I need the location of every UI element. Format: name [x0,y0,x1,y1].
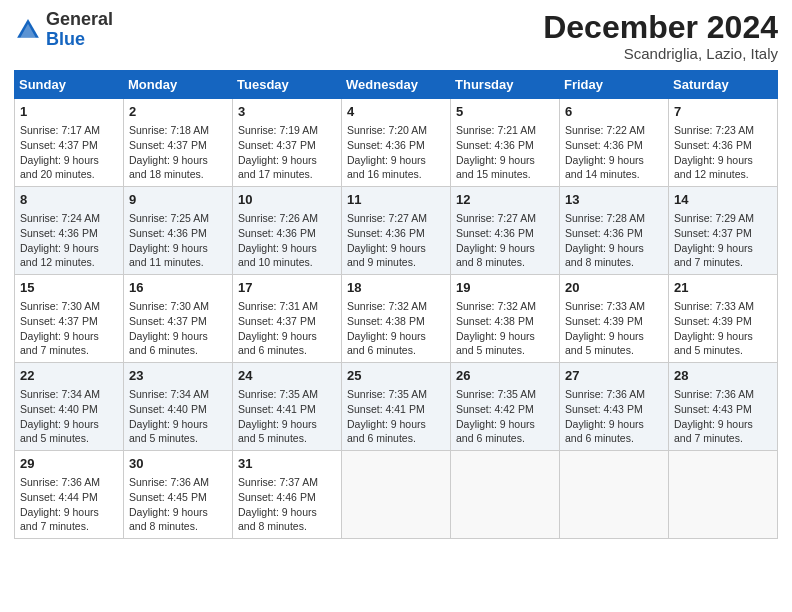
calendar-cell [342,450,451,538]
day-number: 12 [456,191,554,209]
day-info: Sunrise: 7:20 AM Sunset: 4:36 PM Dayligh… [347,124,427,180]
weekday-header-sunday: Sunday [15,71,124,99]
day-info: Sunrise: 7:21 AM Sunset: 4:36 PM Dayligh… [456,124,536,180]
calendar-cell [669,450,778,538]
day-number: 3 [238,103,336,121]
calendar-body: 1Sunrise: 7:17 AM Sunset: 4:37 PM Daylig… [15,99,778,539]
day-info: Sunrise: 7:30 AM Sunset: 4:37 PM Dayligh… [20,300,100,356]
day-info: Sunrise: 7:31 AM Sunset: 4:37 PM Dayligh… [238,300,318,356]
day-info: Sunrise: 7:36 AM Sunset: 4:45 PM Dayligh… [129,476,209,532]
day-number: 16 [129,279,227,297]
day-info: Sunrise: 7:34 AM Sunset: 4:40 PM Dayligh… [129,388,209,444]
logo: General Blue [14,10,113,50]
calendar-header: SundayMondayTuesdayWednesdayThursdayFrid… [15,71,778,99]
day-info: Sunrise: 7:24 AM Sunset: 4:36 PM Dayligh… [20,212,100,268]
day-info: Sunrise: 7:34 AM Sunset: 4:40 PM Dayligh… [20,388,100,444]
calendar-cell: 28Sunrise: 7:36 AM Sunset: 4:43 PM Dayli… [669,363,778,451]
day-info: Sunrise: 7:26 AM Sunset: 4:36 PM Dayligh… [238,212,318,268]
calendar-cell: 12Sunrise: 7:27 AM Sunset: 4:36 PM Dayli… [451,187,560,275]
day-number: 6 [565,103,663,121]
day-info: Sunrise: 7:37 AM Sunset: 4:46 PM Dayligh… [238,476,318,532]
day-number: 14 [674,191,772,209]
calendar-week-4: 22Sunrise: 7:34 AM Sunset: 4:40 PM Dayli… [15,363,778,451]
calendar-cell: 29Sunrise: 7:36 AM Sunset: 4:44 PM Dayli… [15,450,124,538]
day-number: 25 [347,367,445,385]
weekday-header-wednesday: Wednesday [342,71,451,99]
weekday-header-tuesday: Tuesday [233,71,342,99]
day-number: 7 [674,103,772,121]
day-number: 13 [565,191,663,209]
logo-general: General [46,9,113,29]
day-number: 5 [456,103,554,121]
calendar-cell: 19Sunrise: 7:32 AM Sunset: 4:38 PM Dayli… [451,275,560,363]
day-info: Sunrise: 7:32 AM Sunset: 4:38 PM Dayligh… [347,300,427,356]
day-info: Sunrise: 7:25 AM Sunset: 4:36 PM Dayligh… [129,212,209,268]
calendar-cell: 13Sunrise: 7:28 AM Sunset: 4:36 PM Dayli… [560,187,669,275]
calendar-page: General Blue December 2024 Scandriglia, … [0,0,792,612]
calendar-week-5: 29Sunrise: 7:36 AM Sunset: 4:44 PM Dayli… [15,450,778,538]
day-number: 22 [20,367,118,385]
title-block: December 2024 Scandriglia, Lazio, Italy [543,10,778,62]
calendar-cell: 8Sunrise: 7:24 AM Sunset: 4:36 PM Daylig… [15,187,124,275]
calendar-cell: 4Sunrise: 7:20 AM Sunset: 4:36 PM Daylig… [342,99,451,187]
calendar-cell: 22Sunrise: 7:34 AM Sunset: 4:40 PM Dayli… [15,363,124,451]
day-number: 28 [674,367,772,385]
weekday-header-saturday: Saturday [669,71,778,99]
calendar-cell: 20Sunrise: 7:33 AM Sunset: 4:39 PM Dayli… [560,275,669,363]
calendar-cell: 21Sunrise: 7:33 AM Sunset: 4:39 PM Dayli… [669,275,778,363]
day-info: Sunrise: 7:28 AM Sunset: 4:36 PM Dayligh… [565,212,645,268]
weekday-header-monday: Monday [124,71,233,99]
calendar-cell: 9Sunrise: 7:25 AM Sunset: 4:36 PM Daylig… [124,187,233,275]
calendar-cell: 1Sunrise: 7:17 AM Sunset: 4:37 PM Daylig… [15,99,124,187]
calendar-cell: 24Sunrise: 7:35 AM Sunset: 4:41 PM Dayli… [233,363,342,451]
calendar-cell: 11Sunrise: 7:27 AM Sunset: 4:36 PM Dayli… [342,187,451,275]
day-info: Sunrise: 7:35 AM Sunset: 4:41 PM Dayligh… [347,388,427,444]
calendar-cell: 16Sunrise: 7:30 AM Sunset: 4:37 PM Dayli… [124,275,233,363]
day-number: 17 [238,279,336,297]
day-info: Sunrise: 7:36 AM Sunset: 4:43 PM Dayligh… [674,388,754,444]
calendar-cell: 14Sunrise: 7:29 AM Sunset: 4:37 PM Dayli… [669,187,778,275]
calendar-cell: 2Sunrise: 7:18 AM Sunset: 4:37 PM Daylig… [124,99,233,187]
calendar-cell: 31Sunrise: 7:37 AM Sunset: 4:46 PM Dayli… [233,450,342,538]
day-number: 9 [129,191,227,209]
calendar-cell: 5Sunrise: 7:21 AM Sunset: 4:36 PM Daylig… [451,99,560,187]
day-number: 27 [565,367,663,385]
day-info: Sunrise: 7:27 AM Sunset: 4:36 PM Dayligh… [456,212,536,268]
day-number: 8 [20,191,118,209]
day-number: 31 [238,455,336,473]
day-number: 21 [674,279,772,297]
calendar-table: SundayMondayTuesdayWednesdayThursdayFrid… [14,70,778,539]
day-info: Sunrise: 7:23 AM Sunset: 4:36 PM Dayligh… [674,124,754,180]
calendar-cell: 15Sunrise: 7:30 AM Sunset: 4:37 PM Dayli… [15,275,124,363]
calendar-cell: 7Sunrise: 7:23 AM Sunset: 4:36 PM Daylig… [669,99,778,187]
weekday-header-friday: Friday [560,71,669,99]
day-number: 4 [347,103,445,121]
calendar-cell: 23Sunrise: 7:34 AM Sunset: 4:40 PM Dayli… [124,363,233,451]
day-info: Sunrise: 7:19 AM Sunset: 4:37 PM Dayligh… [238,124,318,180]
calendar-cell: 17Sunrise: 7:31 AM Sunset: 4:37 PM Dayli… [233,275,342,363]
month-title: December 2024 [543,10,778,45]
header: General Blue December 2024 Scandriglia, … [14,10,778,62]
day-number: 10 [238,191,336,209]
day-info: Sunrise: 7:35 AM Sunset: 4:41 PM Dayligh… [238,388,318,444]
calendar-cell: 10Sunrise: 7:26 AM Sunset: 4:36 PM Dayli… [233,187,342,275]
day-number: 18 [347,279,445,297]
calendar-cell [451,450,560,538]
calendar-cell: 30Sunrise: 7:36 AM Sunset: 4:45 PM Dayli… [124,450,233,538]
day-info: Sunrise: 7:36 AM Sunset: 4:44 PM Dayligh… [20,476,100,532]
day-number: 1 [20,103,118,121]
weekday-header-row: SundayMondayTuesdayWednesdayThursdayFrid… [15,71,778,99]
day-info: Sunrise: 7:33 AM Sunset: 4:39 PM Dayligh… [674,300,754,356]
day-info: Sunrise: 7:33 AM Sunset: 4:39 PM Dayligh… [565,300,645,356]
day-info: Sunrise: 7:18 AM Sunset: 4:37 PM Dayligh… [129,124,209,180]
day-number: 29 [20,455,118,473]
location: Scandriglia, Lazio, Italy [543,45,778,62]
calendar-week-2: 8Sunrise: 7:24 AM Sunset: 4:36 PM Daylig… [15,187,778,275]
calendar-cell: 6Sunrise: 7:22 AM Sunset: 4:36 PM Daylig… [560,99,669,187]
logo-blue: Blue [46,29,85,49]
day-number: 26 [456,367,554,385]
calendar-cell: 27Sunrise: 7:36 AM Sunset: 4:43 PM Dayli… [560,363,669,451]
logo-icon [14,16,42,44]
day-info: Sunrise: 7:17 AM Sunset: 4:37 PM Dayligh… [20,124,100,180]
calendar-week-3: 15Sunrise: 7:30 AM Sunset: 4:37 PM Dayli… [15,275,778,363]
